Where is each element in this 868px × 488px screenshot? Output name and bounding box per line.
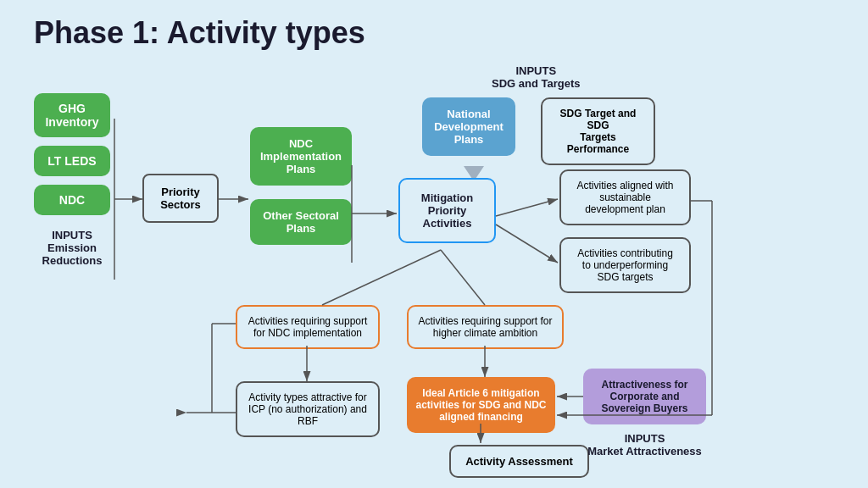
inputs-sdg-label: INPUTSSDG and Targets (492, 64, 581, 90)
national-development-box: NationalDevelopmentPlans (422, 97, 515, 156)
inputs-market-label: INPUTSMarket Attractiveness (583, 432, 706, 458)
activities-ndc-box: Activities requiring supportfor NDC impl… (236, 305, 380, 349)
ideal-article-box: Ideal Article 6 mitigationactivities for… (407, 377, 555, 433)
left-inputs-column: GHGInventory LT LEDS NDC INPUTSEmissionR… (34, 93, 110, 267)
other-sectoral-box: Other SectoralPlans (250, 199, 352, 245)
lt-leds-box: LT LEDS (34, 146, 110, 176)
svg-line-7 (496, 199, 558, 216)
svg-line-8 (496, 225, 558, 263)
activities-aligned-box: Activities aligned withsustainabledevelo… (559, 169, 691, 225)
ndc-implementation-box: NDCImplementationPlans (250, 127, 352, 186)
svg-line-12 (322, 250, 441, 305)
priority-sectors-box: PrioritySectors (142, 174, 219, 223)
activity-types-box: Activity types attractive forICP (no aut… (236, 381, 380, 437)
attractiveness-box: Attractiveness forCorporate andSovereign… (583, 369, 706, 424)
activities-higher-box: Activities requiring support forhigher c… (407, 305, 564, 349)
activities-contributing-box: Activities contributingto underperformin… (559, 237, 691, 293)
svg-line-13 (441, 250, 485, 305)
inputs-emission-label: INPUTSEmissionReductions (42, 229, 103, 267)
ghg-inventory-box: GHGInventory (34, 93, 110, 137)
sdg-target-box: SDG Target and SDGTargets Performance (541, 97, 655, 165)
page-title: Phase 1: Activity types (34, 15, 365, 51)
mid-left-column: NDCImplementationPlans Other SectoralPla… (250, 127, 352, 245)
mitigation-priority-box: MitigationPriorityActivities (398, 178, 496, 243)
ndc-box: NDC (34, 185, 110, 215)
activity-assessment-box: Activity Assessment (449, 445, 589, 478)
